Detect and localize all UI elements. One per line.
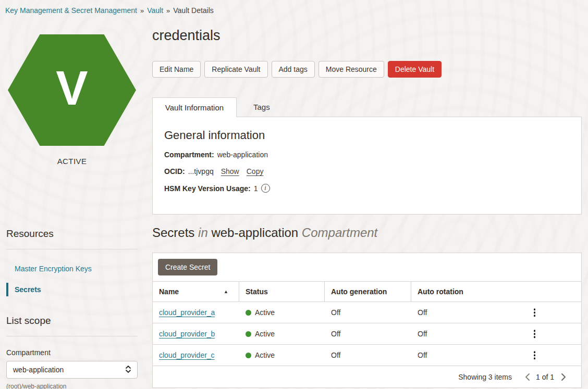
table-header-row: Name ▲ Status Auto generation Auto rotat… [153,281,581,302]
create-secret-button[interactable]: Create Secret [158,259,217,275]
general-information-heading: General information [164,129,570,142]
delete-vault-button[interactable]: Delete Vault [388,61,442,78]
compartment-path: (root)/web-application [6,383,152,389]
vault-initial-letter: V [56,64,88,116]
column-header-auto-rotation: Auto rotation [411,282,581,302]
row-actions-kebab-icon[interactable] [531,328,539,340]
auto-generation-value: Off [325,330,411,338]
table-row: cloud_provider_c Active Off Off [153,345,581,366]
breadcrumb-link-key-management[interactable]: Key Management & Secret Management [5,6,137,15]
row-actions-kebab-icon[interactable] [531,306,539,319]
tab-vault-information[interactable]: Vault Information [152,97,237,117]
sidebar-item-secrets[interactable]: Secrets [6,283,152,296]
compartment-field-value: web-application [217,150,268,159]
breadcrumb-separator: » [166,7,170,15]
pagination-next-icon[interactable] [559,372,568,382]
ocid-field-label: OCID: [164,167,185,175]
column-header-status: Status [239,282,325,302]
list-scope-heading: List scope [6,315,152,327]
tab-tags[interactable]: Tags [237,97,287,117]
vault-information-panel: General information Compartment: web-app… [152,117,582,215]
breadcrumb-separator: » [140,7,144,15]
vault-hexagon-icon: V [8,34,136,146]
compartment-select-value: web-application [13,366,64,374]
page-title: credentials [152,28,582,44]
status-active-dot-icon [246,353,251,358]
auto-generation-value: Off [325,308,411,317]
secrets-heading-compartment-name: web-application [211,225,298,240]
auto-rotation-value: Off [411,308,581,317]
pagination-previous-icon[interactable] [523,372,532,382]
ocid-copy-link[interactable]: Copy [247,167,264,175]
left-sidebar: V ACTIVE Resources Master Encryption Key… [0,19,152,389]
status-text: Active [255,308,275,317]
resources-heading: Resources [6,228,152,240]
secrets-heading-in: in [198,225,208,240]
secrets-heading-word: Secrets [152,225,194,240]
sidebar-item-master-encryption-keys[interactable]: Master Encryption Keys [6,262,152,275]
hsm-usage-field-value: 1 [254,184,258,193]
action-buttons-row: Edit Name Replicate Vault Add tags Move … [152,61,582,78]
tab-bar: Vault Information Tags [152,97,582,117]
replicate-vault-button[interactable]: Replicate Vault [204,61,267,78]
secret-name-link[interactable]: cloud_provider_c [159,351,215,359]
secret-name-link[interactable]: cloud_provider_b [159,330,215,338]
row-actions-kebab-icon[interactable] [531,349,539,361]
compartment-field-label: Compartment: [164,150,214,159]
breadcrumb-link-vault[interactable]: Vault [147,6,163,15]
pagination-bar: Showing 3 items 1 of 1 [153,366,581,387]
auto-generation-value: Off [325,351,411,359]
table-row: cloud_provider_b Active Off Off [153,323,581,345]
compartment-label: Compartment [6,348,152,357]
column-header-name[interactable]: Name ▲ [153,282,239,302]
status-text: Active [255,351,275,359]
column-header-auto-generation: Auto generation [325,282,411,302]
add-tags-button[interactable]: Add tags [272,61,315,78]
status-text: Active [255,330,275,338]
info-icon[interactable]: i [261,184,270,193]
status-active-dot-icon [246,310,251,316]
hsm-usage-field-label: HSM Key Version Usage: [164,184,251,193]
move-resource-button[interactable]: Move Resource [318,61,384,78]
column-header-name-label: Name [159,287,179,296]
ocid-field-value: ...tjvpgq [188,167,214,175]
pagination-page-label: 1 of 1 [536,373,554,381]
edit-name-button[interactable]: Edit Name [152,61,201,78]
secrets-section-heading: Secrets in web-application Compartment [152,225,582,240]
sort-ascending-icon: ▲ [224,289,232,294]
breadcrumb-current-page: Vault Details [173,6,214,15]
table-row: cloud_provider_a Active Off Off [153,302,581,323]
select-updown-chevron-icon [125,365,132,375]
auto-rotation-value: Off [411,351,581,359]
secrets-table-card: Create Secret Name ▲ Status Auto generat… [152,253,582,388]
auto-rotation-value: Off [411,330,581,338]
compartment-select[interactable]: web-application [6,361,138,379]
status-active-dot-icon [246,331,251,337]
pagination-summary: Showing 3 items [458,373,512,381]
divider [6,336,138,336]
vault-status-label: ACTIVE [6,157,138,166]
secrets-heading-compartment-word: Compartment [302,225,377,240]
ocid-show-link[interactable]: Show [221,167,239,175]
main-content: credentials Edit Name Replicate Vault Ad… [152,19,588,389]
secret-name-link[interactable]: cloud_provider_a [159,308,215,317]
divider [6,249,138,249]
breadcrumb: Key Management & Secret Management»Vault… [0,0,588,19]
